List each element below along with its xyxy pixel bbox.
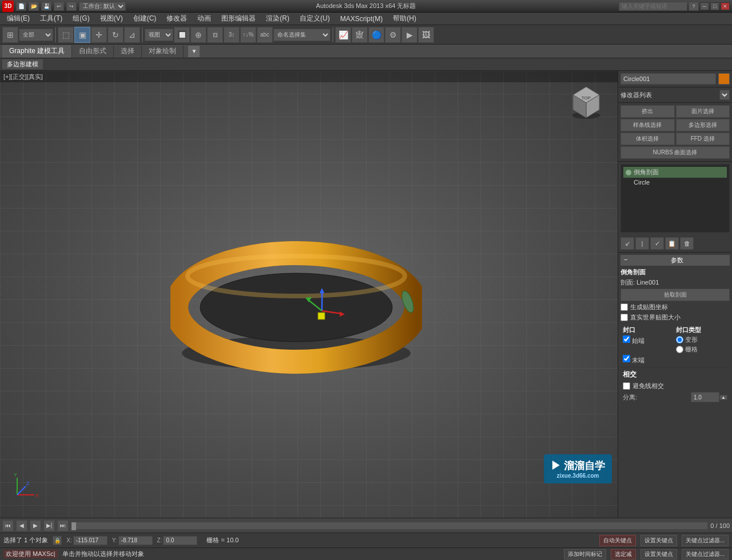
select-filter-dropdown[interactable]: 全部 (19, 29, 53, 41)
tool-snap[interactable]: 🔲 (174, 27, 190, 43)
set-key-btn[interactable]: 设置关键点 (640, 535, 677, 546)
tool-percent[interactable]: 3↕ (224, 27, 240, 43)
tool-region-select[interactable]: ▣ (74, 27, 90, 43)
object-name-input[interactable] (620, 73, 716, 85)
tool-material[interactable]: 🔵 (368, 27, 384, 43)
stack-tool-delete[interactable]: 🗑 (680, 237, 694, 250)
tool-mirror[interactable]: ⧈ (207, 27, 223, 43)
tab-select[interactable]: 选择 (114, 45, 142, 58)
coord-z-input[interactable] (163, 536, 197, 545)
pick-section-button[interactable]: 拾取剖面 (620, 289, 730, 301)
menu-tools[interactable]: 工具(T) (35, 13, 67, 25)
separation-input[interactable] (691, 392, 719, 402)
menu-create[interactable]: 创建(C) (129, 13, 161, 25)
timeline-play-btn[interactable]: ▶ (30, 520, 41, 531)
object-color-swatch[interactable] (718, 73, 730, 85)
stack-item-bevel-profile[interactable]: 倒角剖面 (623, 167, 727, 178)
menu-modifier[interactable]: 修改器 (162, 13, 192, 25)
menu-maxscript[interactable]: MAXScript(M) (336, 13, 388, 25)
maximize-btn[interactable]: □ (710, 2, 719, 10)
key-filter-btn[interactable]: 关键点过滤器... (682, 535, 729, 546)
toolbar-btn-open[interactable]: 📂 (29, 2, 39, 11)
stack-tool-pin[interactable]: ↙ (620, 237, 634, 250)
viewport[interactable]: [+][正交][真实] (0, 71, 618, 518)
avoid-intersect-checkbox[interactable] (623, 382, 630, 390)
tab-expand-icon[interactable]: ▼ (188, 46, 200, 57)
modifier-dropdown[interactable]: ▼ (719, 90, 730, 100)
mod-btn-nurbs-select[interactable]: NURBS 曲面选择 (620, 146, 730, 159)
params-title[interactable]: − 参数 (620, 255, 730, 266)
menu-render[interactable]: 渲染(R) (261, 13, 294, 25)
stack-tool-separator[interactable]: | (635, 237, 649, 250)
coord-x-input[interactable] (73, 536, 108, 545)
timeline-prev-btn[interactable]: ◀ (16, 520, 27, 531)
cap-start-checkbox[interactable] (623, 335, 630, 343)
toolbar-btn-undo[interactable]: ↩ (54, 2, 64, 11)
toolbar-btn-new[interactable]: 📄 (16, 2, 26, 11)
tool-layer[interactable]: abc (257, 27, 273, 43)
menu-customize[interactable]: 自定义(U) (295, 13, 335, 25)
tool-select[interactable]: ⬚ (58, 27, 74, 43)
stack-item-circle[interactable]: Circle (623, 178, 727, 187)
viewport-dropdown[interactable]: 视图 (145, 29, 173, 41)
gen-map-checkbox[interactable] (620, 303, 628, 311)
menu-view[interactable]: 视图(V) (96, 13, 128, 25)
timeline-back-btn[interactable]: ⏮ (2, 520, 14, 531)
auto-key-btn[interactable]: 自动关键点 (599, 535, 636, 546)
tool-align[interactable]: ↑↓% (240, 27, 256, 43)
sub-tab-polygon-modeling[interactable]: 多边形建模 (2, 59, 43, 69)
real-world-checkbox[interactable] (620, 314, 628, 321)
workspace-select[interactable]: 工作台: 默认 (79, 2, 126, 11)
add-key-marker-btn[interactable]: 添加时间标记 (564, 549, 606, 559)
bottom-auto-key-btn[interactable]: 选定减 (611, 549, 636, 559)
tab-graphite[interactable]: Graphite 建模工具 (2, 45, 72, 58)
mod-btn-spline-select[interactable]: 样条线选择 (620, 119, 675, 131)
menu-animation[interactable]: 动画 (193, 13, 216, 25)
toolbar-btn-save[interactable]: 💾 (41, 2, 51, 11)
menu-help[interactable]: 帮助(H) (388, 13, 421, 25)
bottom-key-filter-btn[interactable]: 关键点过滤器... (682, 549, 729, 559)
separation-spinup[interactable]: ▲ (719, 395, 727, 400)
bottom-set-key-btn[interactable]: 设置关键点 (640, 549, 677, 559)
tool-schematic[interactable]: 🕸 (352, 27, 368, 43)
cap-grid-radio[interactable] (676, 346, 683, 353)
mod-btn-volume-select[interactable]: 体积选择 (620, 133, 675, 145)
menu-edit[interactable]: 编辑(E) (2, 13, 34, 25)
cap-morph-radio[interactable] (676, 336, 683, 343)
mod-btn-ffd-select[interactable]: FFD 选择 (676, 133, 730, 145)
menu-group[interactable]: 组(G) (68, 13, 94, 25)
stack-tool-check[interactable]: ✓ (650, 237, 664, 250)
search-box[interactable] (619, 2, 687, 11)
app-logo: 3D (2, 1, 14, 12)
mod-btn-patch-select[interactable]: 面片选择 (676, 105, 730, 118)
stack-tool-copy[interactable]: 📋 (665, 237, 679, 250)
tool-move[interactable]: ✛ (91, 27, 107, 43)
tab-freeform[interactable]: 自由形式 (72, 45, 114, 58)
tab-paint[interactable]: 对象绘制 (142, 45, 184, 58)
tool-scale[interactable]: ⊿ (124, 27, 140, 43)
toolbar-btn-redo[interactable]: ↪ (66, 2, 77, 11)
minimize-btn[interactable]: ─ (700, 2, 709, 10)
timeline-end-btn[interactable]: ⏭ (57, 520, 69, 531)
lock-icon[interactable]: 🔒 (53, 536, 62, 545)
close-btn[interactable]: ✕ (721, 2, 730, 10)
timeline-track[interactable] (71, 522, 708, 530)
cap-end-checkbox[interactable] (623, 355, 630, 362)
named-selection-dropdown[interactable]: 命名选择集 (273, 29, 331, 41)
tool-curve-editor[interactable]: 📈 (335, 27, 351, 43)
timeline-next-btn[interactable]: ▶| (43, 520, 55, 531)
tool-select-all[interactable]: ⊞ (2, 27, 18, 43)
viewport-canvas[interactable]: TOP X Y Z ▶ 溜溜自学 zixue.3d66.com (0, 71, 618, 518)
help-icon[interactable]: ? (689, 2, 699, 11)
mod-btn-poly-select[interactable]: 多边形选择 (676, 119, 730, 131)
tool-rotate[interactable]: ↻ (108, 27, 124, 43)
hint-text: 单击并拖动以选择并移动对象 (62, 550, 144, 558)
tool-render-setup[interactable]: ⚙ (385, 27, 401, 43)
tool-snap2[interactable]: ⊕ (190, 27, 206, 43)
menu-graph-editor[interactable]: 图形编辑器 (217, 13, 260, 25)
nav-cube[interactable]: TOP (566, 82, 606, 122)
tool-render-active[interactable]: 🖼 (418, 27, 434, 43)
coord-y-input[interactable] (118, 536, 153, 545)
mod-btn-extrude[interactable]: 挤出 (620, 105, 675, 118)
tool-render[interactable]: ▶ (401, 27, 417, 43)
